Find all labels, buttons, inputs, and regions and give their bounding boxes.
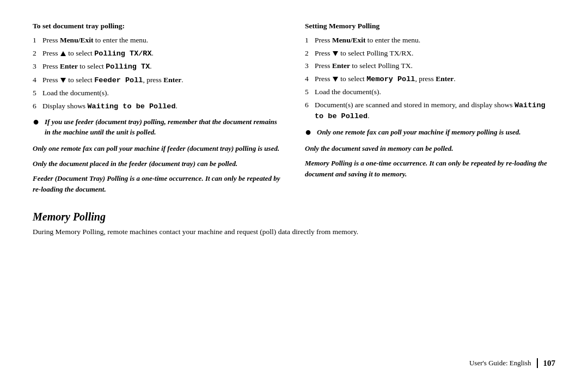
right-step-2: 2 Press to select Polling TX/RX. (305, 48, 555, 59)
left-step-content-3: Press Enter to select Polling TX. (42, 61, 283, 72)
left-step-content-4: Press to select Feeder Poll, press Enter… (42, 75, 283, 86)
left-section-title: To set document tray polling: (33, 22, 283, 30)
left-italic-note-3: Only the document placed in the feeder (… (33, 158, 283, 169)
memory-polling-section: Memory Polling During Memory Polling, re… (33, 211, 555, 237)
right-step-num-4: 4 (305, 73, 315, 85)
right-note-1-text: Only one remote fax can poll your machin… (317, 127, 520, 138)
right-step-content-4: Press to select Memory Poll, press Enter… (315, 73, 555, 85)
right-step-1: 1 Press Menu/Exit to enter the menu. (305, 35, 555, 46)
memory-polling-title: Memory Polling (33, 211, 555, 223)
left-step-5: 5 Load the document(s). (33, 88, 283, 99)
right-italic-note-3: Memory Polling is a one-time occurrence.… (305, 158, 555, 179)
left-note-1-text: If you use feeder (document tray) pollin… (45, 117, 283, 138)
content-area: To set document tray polling: 1 Press Me… (33, 22, 555, 199)
right-step-num-1: 1 (305, 35, 315, 46)
left-step-content-5: Load the document(s). (42, 88, 283, 99)
right-step-content-6: Document(s) are scanned and stored in me… (315, 100, 555, 122)
left-step-4: 4 Press to select Feeder Poll, press Ent… (33, 75, 283, 86)
right-step-num-5: 5 (305, 87, 315, 97)
left-step-num-5: 5 (33, 88, 42, 99)
right-step-content-1: Press Menu/Exit to enter the menu. (315, 35, 555, 46)
triangle-down-icon-l4 (60, 78, 66, 83)
left-step-num-6: 6 (33, 101, 42, 112)
left-steps-list: 1 Press Menu/Exit to enter the menu. 2 P… (33, 35, 283, 112)
triangle-down-icon-r4 (333, 77, 338, 82)
right-step-4: 4 Press to select Memory Poll, press Ent… (305, 73, 555, 85)
left-step-3: 3 Press Enter to select Polling TX. (33, 61, 283, 72)
left-note-1-block: ● If you use feeder (document tray) poll… (33, 117, 283, 138)
left-italic-note-2: Only one remote fax can poll your machin… (33, 143, 283, 154)
right-step-num-2: 2 (305, 48, 315, 59)
right-step-5: 5 Load the document(s). (305, 87, 555, 97)
left-step-2: 2 Press to select Polling TX/RX. (33, 48, 283, 59)
right-step-content-2: Press to select Polling TX/RX. (315, 48, 555, 59)
right-steps-list: 1 Press Menu/Exit to enter the menu. 2 P… (305, 35, 555, 122)
left-step-num-1: 1 (33, 35, 42, 46)
left-step-num-3: 3 (33, 61, 42, 72)
bullet-icon-1: ● (33, 116, 40, 127)
footer-divider (537, 358, 538, 368)
left-step-6: 6 Display shows Waiting to be Polled. (33, 101, 283, 112)
left-step-num-2: 2 (33, 48, 42, 59)
right-step-num-6: 6 (305, 100, 315, 122)
left-column: To set document tray polling: 1 Press Me… (33, 22, 283, 199)
page: To set document tray polling: 1 Press Me… (0, 0, 588, 380)
bullet-icon-r1: ● (305, 126, 313, 137)
right-step-content-3: Press Enter to select Polling TX. (315, 60, 555, 71)
page-number: 107 (543, 359, 556, 368)
right-italic-note-2: Only the document saved in memory can be… (305, 143, 555, 154)
right-step-num-3: 3 (305, 60, 315, 71)
footer: User's Guide: English 107 (469, 358, 555, 368)
right-step-content-5: Load the document(s). (315, 87, 555, 97)
left-italic-note-4: Feeder (Document Tray) Polling is a one-… (33, 173, 283, 194)
triangle-up-icon (60, 51, 66, 56)
triangle-down-icon-r2 (333, 51, 338, 56)
left-step-1: 1 Press Menu/Exit to enter the menu. (33, 35, 283, 46)
right-step-6: 6 Document(s) are scanned and stored in … (305, 100, 555, 122)
right-note-1-block: ● Only one remote fax can poll your mach… (305, 127, 555, 138)
left-step-content-6: Display shows Waiting to be Polled. (42, 101, 283, 112)
footer-guide-text: User's Guide: English (469, 359, 531, 367)
right-column: Setting Memory Polling 1 Press Menu/Exit… (305, 22, 555, 199)
right-step-3: 3 Press Enter to select Polling TX. (305, 60, 555, 71)
memory-polling-description: During Memory Polling, remote machines c… (33, 226, 555, 237)
right-section-title: Setting Memory Polling (305, 22, 555, 30)
left-step-num-4: 4 (33, 75, 42, 86)
left-step-content-1: Press Menu/Exit to enter the menu. (42, 35, 283, 46)
left-step-content-2: Press to select Polling TX/RX. (42, 48, 283, 59)
